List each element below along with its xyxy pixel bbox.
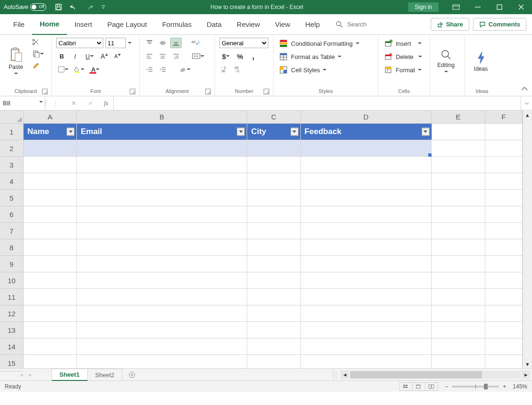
cell[interactable] (247, 239, 300, 256)
cell[interactable] (247, 190, 300, 206)
tab-view[interactable]: View (267, 14, 298, 35)
row-header[interactable]: 2 (0, 140, 23, 157)
cell[interactable] (485, 173, 523, 190)
delete-cells-button[interactable]: Delete (382, 52, 424, 61)
filter-dropdown-icon[interactable] (66, 128, 75, 136)
cell[interactable] (24, 190, 77, 206)
cell[interactable] (485, 272, 523, 289)
insert-cells-button[interactable]: Insert (382, 39, 424, 48)
cell[interactable] (301, 157, 432, 173)
cell[interactable] (485, 355, 523, 368)
cell[interactable] (77, 322, 247, 338)
sheet-tab-1[interactable]: Sheet1 (52, 369, 88, 381)
page-break-view-button[interactable] (425, 382, 438, 391)
cell[interactable] (24, 338, 77, 355)
cell[interactable] (24, 239, 77, 256)
fx-icon[interactable]: fx (99, 100, 113, 107)
cell[interactable] (77, 206, 247, 223)
cell[interactable] (432, 289, 485, 305)
cell[interactable] (247, 305, 300, 322)
zoom-out-button[interactable]: − (445, 383, 448, 390)
zoom-slider[interactable] (452, 386, 499, 388)
paste-button[interactable]: Paste (3, 36, 29, 87)
row-header[interactable]: 14 (0, 338, 23, 355)
filter-dropdown-icon[interactable] (237, 128, 245, 136)
qat-customize-icon[interactable] (101, 5, 106, 9)
cell[interactable] (301, 305, 432, 322)
font-color-button[interactable]: A (88, 64, 102, 75)
orientation-button[interactable]: ab (177, 64, 193, 75)
row-header[interactable]: 8 (0, 239, 23, 256)
sign-in-button[interactable]: Sign in (408, 2, 439, 12)
cell[interactable]: Feedback (301, 124, 432, 140)
cell[interactable] (24, 272, 77, 289)
cell[interactable] (301, 355, 432, 368)
horizontal-scrollbar[interactable]: ◂ ▸ (339, 369, 532, 380)
cell[interactable] (77, 190, 247, 206)
cell[interactable] (485, 223, 523, 239)
grow-font-button[interactable]: A (99, 51, 110, 61)
row-header[interactable]: 13 (0, 322, 23, 338)
cell[interactable] (485, 206, 523, 223)
cut-button[interactable] (30, 37, 42, 47)
row-header[interactable]: 6 (0, 206, 23, 223)
formula-input[interactable] (114, 96, 521, 110)
cell[interactable] (77, 355, 247, 368)
column-header[interactable]: C (247, 110, 300, 123)
vertical-scrollbar[interactable]: ▴ ▾ (523, 110, 532, 368)
select-all-button[interactable] (0, 110, 23, 124)
cell[interactable] (432, 256, 485, 272)
row-header[interactable]: 1 (0, 124, 23, 140)
cell[interactable] (77, 338, 247, 355)
cell[interactable] (24, 206, 77, 223)
cell[interactable] (77, 140, 247, 157)
table-resize-handle[interactable] (428, 153, 432, 157)
cell[interactable] (77, 256, 247, 272)
ideas-button[interactable]: Ideas (468, 36, 494, 87)
share-button[interactable]: Share (431, 18, 469, 31)
cell[interactable] (77, 289, 247, 305)
accounting-button[interactable]: $ (219, 51, 233, 61)
maximize-icon[interactable] (489, 0, 510, 14)
cell[interactable] (24, 140, 77, 157)
cell[interactable] (301, 190, 432, 206)
cell[interactable] (485, 239, 523, 256)
cell[interactable] (485, 140, 523, 157)
undo-icon[interactable] (69, 4, 78, 10)
cell[interactable] (24, 355, 77, 368)
cell[interactable] (432, 140, 485, 157)
cell[interactable] (301, 289, 432, 305)
cell[interactable] (247, 256, 300, 272)
cell[interactable] (77, 223, 247, 239)
copy-button[interactable] (30, 49, 46, 59)
cell[interactable] (301, 140, 432, 157)
expand-formula-icon[interactable] (521, 96, 532, 110)
cell[interactable] (24, 256, 77, 272)
decrease-indent-button[interactable] (144, 64, 155, 75)
cell[interactable] (485, 157, 523, 173)
merge-button[interactable] (190, 51, 206, 61)
cell[interactable] (432, 272, 485, 289)
cell[interactable]: Name (24, 124, 77, 140)
cell[interactable] (432, 173, 485, 190)
cell[interactable] (485, 322, 523, 338)
number-format-select[interactable]: General (219, 38, 268, 48)
font-size-input[interactable] (105, 38, 126, 48)
row-header[interactable]: 11 (0, 289, 23, 305)
cell[interactable] (301, 206, 432, 223)
tab-data[interactable]: Data (199, 14, 229, 35)
cell-styles-button[interactable]: Cell Styles (278, 65, 361, 75)
cell[interactable] (485, 124, 523, 140)
cell[interactable] (485, 289, 523, 305)
format-painter-button[interactable] (30, 60, 42, 71)
zoom-in-button[interactable]: + (503, 383, 506, 390)
cell[interactable] (485, 190, 523, 206)
sheet-prev-icon[interactable]: ◂ (20, 371, 23, 378)
save-icon[interactable] (55, 3, 62, 11)
align-right-button[interactable] (170, 51, 182, 61)
cell[interactable] (247, 223, 300, 239)
font-name-select[interactable]: Calibri (56, 38, 103, 48)
row-header[interactable]: 9 (0, 256, 23, 272)
row-header[interactable]: 15 (0, 355, 23, 371)
cell[interactable] (432, 190, 485, 206)
